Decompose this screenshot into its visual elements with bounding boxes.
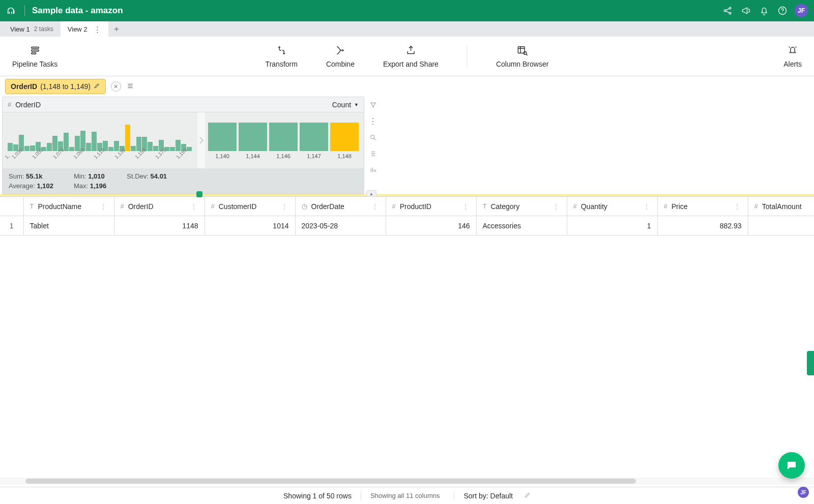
pipeline-tasks-button[interactable]: Pipeline Tasks [12,45,57,68]
top-value-bar[interactable] [330,123,359,151]
filter-chip[interactable]: OrderID (1,148 to 1,149) [5,79,106,94]
chart-mode-dropdown[interactable]: Count ▼ [332,101,359,109]
rail-more-icon[interactable]: ⋮ [368,116,378,126]
tab-view-1[interactable]: View 1 2 tasks [3,21,61,37]
histogram-bar[interactable] [69,147,74,151]
list-view-icon[interactable] [368,149,378,159]
column-header-productname[interactable]: TProductName⋮ [23,197,114,216]
column-header-orderid[interactable]: #OrderID⋮ [114,197,205,216]
help-icon[interactable] [773,2,792,20]
column-header-category[interactable]: TCategory⋮ [476,197,567,216]
filter-row: OrderID (1,148 to 1,149) ✕ [0,76,814,97]
histogram-bar[interactable] [24,146,30,151]
svg-point-4 [782,13,783,13]
histogram-chart[interactable]: 1,0301,0501,0701,0901,1101,1301,1501,170… [3,112,197,168]
side-drawer-handle[interactable] [807,351,814,375]
export-icon [405,45,416,56]
cell-orderid[interactable]: 1148 [114,216,205,235]
alerts-button[interactable]: Alerts [783,45,802,68]
column-more-icon[interactable]: ⋮ [733,202,742,211]
cell-quantity[interactable]: 1 [567,216,657,235]
column-header-orderdate[interactable]: ◷OrderDate⋮ [295,197,386,216]
top-value-bar[interactable] [300,123,328,151]
chevron-down-icon: ▼ [354,102,359,107]
announce-icon[interactable] [737,2,755,20]
cell-price[interactable]: 882.93 [657,216,748,235]
column-more-icon[interactable]: ⋮ [461,202,470,211]
tab-more-icon[interactable]: ⋮ [94,25,101,33]
histogram-bar[interactable] [108,147,113,151]
pipeline-icon [30,45,41,56]
numeric-type-icon: # [8,101,11,108]
horizontal-scrollbar[interactable] [0,478,814,485]
bars-view-icon[interactable] [368,165,378,175]
app-logo[interactable] [6,5,17,16]
share-icon[interactable] [718,2,737,20]
column-header-totalamount[interactable]: #TotalAmount⋮ [748,197,814,216]
column-more-icon[interactable]: ⋮ [189,202,198,211]
histogram-bar[interactable] [52,136,57,151]
cell-productid[interactable]: 146 [386,216,476,235]
header-divider [24,5,25,16]
cell-category[interactable]: Accessories [476,216,567,235]
chat-fab[interactable] [778,452,805,479]
top-value-bar[interactable] [239,123,267,151]
column-more-icon[interactable]: ⋮ [370,202,380,211]
export-label: Export and Share [383,60,439,68]
histogram-bar[interactable] [176,140,181,151]
presence-avatar[interactable]: JF [798,487,809,498]
add-tab-button[interactable]: ＋ [108,21,125,37]
table-row[interactable]: 1Tablet114810142023-05-28146Accessories1… [0,216,814,235]
cell-productname[interactable]: Tablet [23,216,114,235]
tab-label: View 2 [68,25,88,33]
column-more-icon[interactable]: ⋮ [99,202,108,211]
type-icon: # [392,202,396,210]
histogram-bar[interactable] [47,143,52,151]
histogram-bar[interactable] [30,145,35,151]
histogram-bar[interactable] [64,133,69,151]
column-browser-button[interactable]: Column Browser [496,45,548,68]
top-value-bar[interactable] [269,123,298,151]
histogram-bar[interactable] [131,146,136,151]
pencil-icon[interactable] [94,82,100,91]
svg-point-0 [724,10,726,12]
main-toolbar: Pipeline Tasks Transform Combine Export … [0,37,814,76]
clear-filter-button[interactable]: ✕ [111,81,121,92]
cell-totalamount[interactable] [748,216,814,235]
stat-avg: 1,102 [37,182,53,190]
scrollbar-thumb[interactable] [25,479,636,484]
export-button[interactable]: Export and Share [383,45,439,68]
bell-icon[interactable] [755,2,773,20]
data-grid: TProductName⋮#OrderID⋮#CustomerID⋮◷Order… [0,196,814,235]
cell-customerid[interactable]: 1014 [205,216,295,235]
combine-button[interactable]: Combine [326,45,355,68]
histogram-bar[interactable] [92,132,97,151]
column-header-productid[interactable]: #ProductID⋮ [386,197,476,216]
column-browser-label: Column Browser [496,60,548,68]
column-more-icon[interactable]: ⋮ [642,202,651,211]
filter-menu-icon[interactable] [126,82,134,91]
column-header-price[interactable]: #Price⋮ [657,197,748,216]
column-header-customerid[interactable]: #CustomerID⋮ [205,197,295,216]
user-avatar[interactable]: JF [795,4,808,17]
histogram-bar[interactable] [170,147,175,151]
top-value-bar[interactable] [208,123,237,151]
histogram-bar[interactable] [114,141,119,151]
column-more-icon[interactable]: ⋮ [551,202,561,211]
histogram-bar[interactable] [8,143,13,151]
histogram-bar[interactable] [125,125,130,151]
search-icon[interactable] [368,132,378,142]
funnel-icon[interactable] [368,100,378,110]
column-header-quantity[interactable]: #Quantity⋮ [567,197,657,216]
transform-button[interactable]: Transform [266,45,298,68]
pencil-icon[interactable] [524,492,531,500]
type-icon: # [664,202,667,210]
histogram-bar[interactable] [148,142,153,151]
column-more-icon[interactable]: ⋮ [280,202,289,211]
top-values-chart[interactable]: 1,1401,1441,1461,1471,148 [205,112,364,168]
histogram-bar[interactable] [86,143,91,151]
histogram-bar[interactable] [153,146,158,151]
app-header: Sample data - amazon JF [0,0,814,21]
tab-view-2[interactable]: View 2 ⋮ [61,21,108,37]
cell-orderdate[interactable]: 2023-05-28 [295,216,386,235]
